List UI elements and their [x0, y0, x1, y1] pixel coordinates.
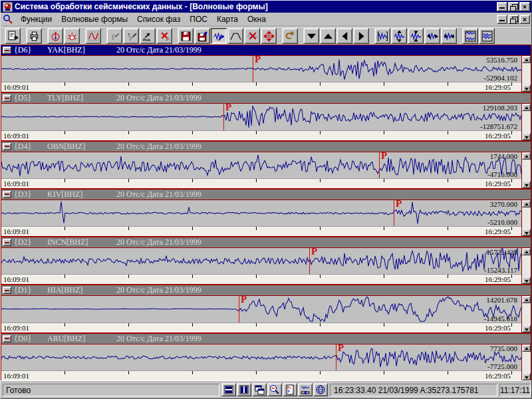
scroll-down-button[interactable]	[522, 84, 531, 92]
panel-scrollbar[interactable]	[521, 152, 531, 188]
tile-horizontal-button[interactable]	[221, 383, 236, 396]
save-as-button[interactable]	[194, 28, 210, 44]
waveform-plot[interactable]: 129108.203 -128751.672 P	[1, 104, 521, 130]
panel-header[interactable]: {D0} ARU[BHZ] 20 Отс/с Дата 21/03/1999	[1, 334, 531, 344]
wave-edit-button[interactable]	[211, 28, 227, 44]
scrollbar-track[interactable]	[522, 352, 531, 373]
waveform-plot[interactable]: 14201.678 -14945.618 P	[1, 296, 521, 322]
panel-scrollbar[interactable]	[521, 56, 531, 92]
phase-pick-line[interactable]	[309, 248, 310, 274]
phase-pick-line[interactable]	[394, 200, 394, 226]
scroll-up-button[interactable]	[320, 28, 336, 44]
panel-minimize-button[interactable]	[3, 143, 11, 150]
phase-pick-line[interactable]	[223, 104, 224, 130]
scroll-down-button[interactable]	[522, 181, 531, 188]
panel-header[interactable]: {D4} OBN[BHZ] 20 Отс/с Дата 21/03/1999	[1, 142, 531, 152]
panel-header[interactable]: {D5} TLY[BHZ] 20 Отс/с Дата 21/03/1999	[1, 93, 531, 104]
waveform-plot[interactable]: 1744.000 -4716.000 P	[1, 152, 521, 178]
waveform-plot[interactable]: 53516.750 -52904.102 P	[1, 56, 521, 82]
time-zoom-out-button[interactable]	[441, 28, 457, 44]
scroll-left-button[interactable]	[336, 28, 352, 44]
waveform-plot[interactable]: 15721.438 -15243.117 P	[1, 248, 521, 274]
scroll-up-button[interactable]	[522, 200, 531, 207]
phase-pick-line[interactable]	[239, 296, 239, 322]
pick-tool-button[interactable]: Pick	[140, 28, 156, 44]
wave-select-button[interactable]	[85, 28, 101, 44]
document-magnifier-icon[interactable]	[3, 14, 13, 25]
all-collapse-button[interactable]	[479, 28, 495, 44]
amp-increase-button[interactable]	[391, 28, 407, 44]
undo-button[interactable]	[282, 28, 298, 44]
map-globe-button[interactable]	[313, 383, 328, 396]
mdi-restore-button[interactable]	[508, 15, 519, 24]
amp-decrease-button[interactable]	[408, 28, 424, 44]
scroll-up-button[interactable]	[522, 56, 531, 63]
panel-scrollbar[interactable]	[521, 296, 531, 332]
phase-pick-line[interactable]	[379, 152, 380, 178]
mdi-close-button[interactable]: ×	[519, 15, 530, 24]
panel-header[interactable]: {D2} INCN[BHZ] 20 Отс/с Дата 21/03/1999	[1, 237, 531, 248]
print-button[interactable]	[26, 28, 42, 44]
panel-minimize-button[interactable]	[3, 239, 11, 246]
mdi-minimize-button[interactable]	[497, 15, 507, 24]
scrollbar-track[interactable]	[522, 207, 531, 229]
scrollbar-track[interactable]	[522, 63, 531, 84]
export-button[interactable]	[5, 28, 21, 44]
scroll-down-button[interactable]	[303, 28, 319, 44]
panel-minimize-button[interactable]	[3, 335, 11, 342]
scroll-down-button[interactable]	[522, 277, 531, 284]
phase-pick-line[interactable]	[253, 56, 253, 82]
save-button[interactable]	[178, 28, 194, 44]
wave-fit-button[interactable]	[374, 28, 390, 44]
panel-header[interactable]: {D3} KIV[BHZ] 20 Отс/с Дата 21/03/1999	[1, 190, 531, 200]
scrollbar-track[interactable]	[522, 303, 531, 325]
scroll-up-button[interactable]	[522, 248, 531, 255]
panel-scrollbar[interactable]	[521, 344, 531, 380]
pick-delete-button[interactable]	[156, 28, 172, 44]
panel-scrollbar[interactable]	[521, 104, 531, 140]
cascade-windows-button[interactable]	[252, 383, 267, 396]
waveform-plot[interactable]: 3270.000 -5210.000 P	[1, 200, 521, 226]
menu-item-0[interactable]: Функции	[16, 13, 57, 25]
menu-item-4[interactable]: Карта	[212, 13, 243, 25]
panel-header[interactable]: {D6} YAK[BHZ] 20 Отс/с Дата 21/03/1999	[1, 45, 531, 56]
pick-phase-query-button[interactable]: ?P	[123, 28, 139, 44]
scroll-down-button[interactable]	[522, 229, 531, 236]
scrollbar-track[interactable]	[522, 255, 531, 277]
title-bar[interactable]: Система обработки сейсмических данных - …	[1, 1, 531, 13]
waveform-plot[interactable]: 7735.000 -7725.000 P	[1, 344, 521, 370]
scroll-up-button[interactable]	[522, 296, 531, 303]
panel-minimize-button[interactable]	[3, 191, 11, 198]
scroll-down-button[interactable]	[522, 133, 531, 140]
menu-item-2[interactable]: Список фаз	[132, 13, 185, 25]
scroll-down-button[interactable]	[522, 325, 531, 332]
scroll-up-button[interactable]	[522, 152, 531, 160]
wave-maximize-button[interactable]	[261, 28, 277, 44]
scrollbar-track[interactable]	[522, 111, 531, 132]
wave-delete-button[interactable]	[244, 28, 260, 44]
panel-minimize-button[interactable]	[3, 287, 11, 294]
pick-phase-button[interactable]: P	[106, 28, 122, 44]
phase-list-button[interactable]: P+3-	[283, 383, 297, 396]
panel-scrollbar[interactable]	[521, 200, 531, 236]
menu-item-1[interactable]: Волновые формы	[57, 13, 132, 25]
restore-button[interactable]	[508, 2, 519, 11]
scrollbar-track[interactable]	[522, 160, 531, 181]
time-zoom-in-button[interactable]	[424, 28, 440, 44]
tile-vertical-button[interactable]	[237, 383, 251, 396]
panel-header[interactable]: {D1} HIA[BHZ] 20 Отс/с Дата 21/03/1999	[1, 285, 531, 296]
minimize-button[interactable]	[497, 2, 507, 11]
menu-item-5[interactable]: Окна	[243, 13, 271, 25]
close-button[interactable]: ×	[519, 2, 530, 11]
event-alarm-button[interactable]	[64, 28, 80, 44]
menu-item-3[interactable]: ПОС	[185, 13, 212, 25]
amplitude-level-button[interactable]	[298, 383, 313, 396]
curve-envelope-button[interactable]	[227, 28, 243, 44]
scroll-up-button[interactable]	[522, 104, 531, 111]
scroll-right-button[interactable]	[353, 28, 369, 44]
panel-minimize-button[interactable]	[3, 47, 11, 54]
panel-minimize-button[interactable]	[3, 94, 11, 102]
scroll-up-button[interactable]	[522, 344, 531, 352]
zoom-waveform-button[interactable]	[267, 383, 282, 396]
all-expand-button[interactable]	[462, 28, 478, 44]
